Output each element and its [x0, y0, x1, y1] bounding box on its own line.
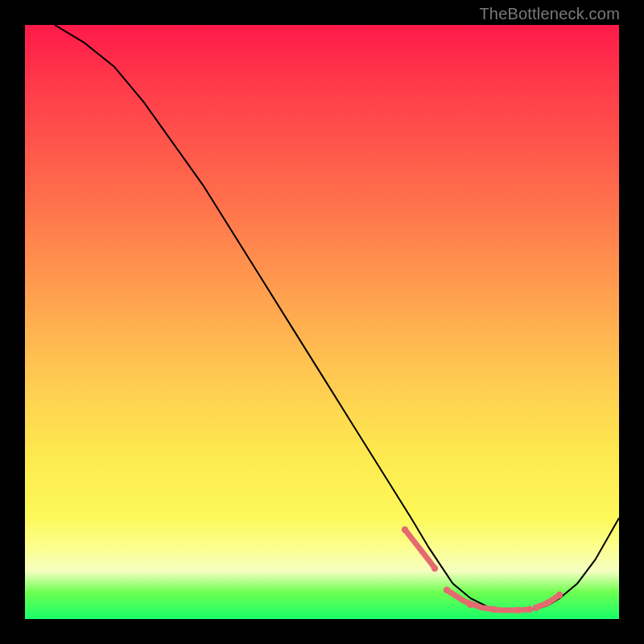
- main-curve: [55, 25, 619, 610]
- plot-svg: [25, 25, 619, 619]
- highlight-dot: [444, 587, 450, 593]
- highlight-dot: [514, 607, 521, 613]
- highlight-dot: [402, 526, 408, 533]
- plot-area: [25, 25, 619, 619]
- chart-stage: TheBottleneck.com: [0, 0, 644, 644]
- highlight-dot: [431, 565, 438, 572]
- highlight-dot: [467, 601, 473, 608]
- highlight-dot: [526, 606, 533, 613]
- watermark-text: TheBottleneck.com: [479, 5, 620, 23]
- highlight-dot: [544, 600, 551, 606]
- highlight-dot: [556, 592, 563, 598]
- highlight-dot: [533, 605, 539, 611]
- highlight-group: [402, 526, 563, 613]
- highlight-dot: [490, 606, 497, 613]
